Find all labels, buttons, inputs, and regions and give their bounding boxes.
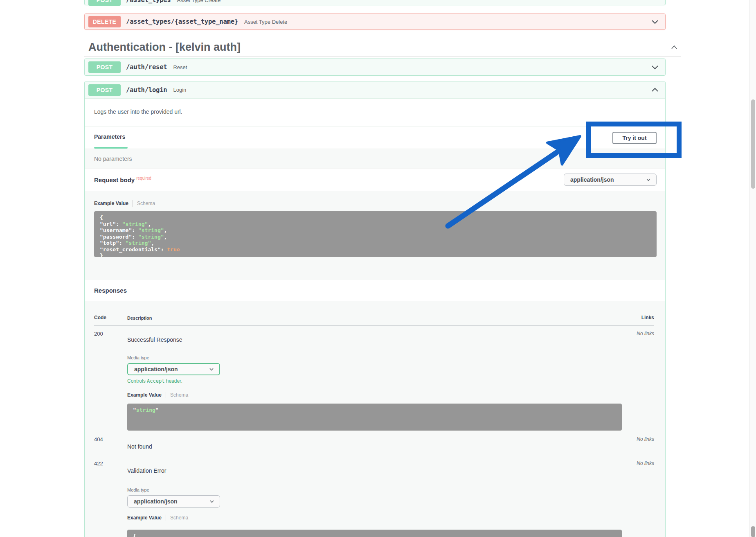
response-code: 422: [94, 460, 103, 467]
tab-parameters[interactable]: Parameters: [94, 133, 125, 140]
response-row-404: 404 No links Not found: [94, 431, 654, 450]
chevron-down-icon: [646, 177, 651, 183]
response-code: 404: [94, 436, 103, 442]
response-422-example-code[interactable]: { "detail": [: [127, 530, 622, 537]
endpoint-path: /auth/login: [126, 86, 167, 94]
opblock-delete-header[interactable]: DELETE /asset_types/{asset_type_name} As…: [85, 14, 665, 29]
chevron-down-icon: [209, 499, 215, 504]
media-type-label: Media type: [127, 355, 654, 360]
parameters-tab-underline: [94, 147, 128, 149]
endpoint-path: /asset_types: [126, 0, 171, 4]
opblock-login-header[interactable]: POST /auth/login Login: [85, 81, 665, 99]
responses-table-header: Code Description Links: [94, 301, 654, 326]
response-description: Successful Response: [127, 336, 654, 343]
column-header-code: Code: [94, 315, 106, 320]
tab-example-value[interactable]: Example Value: [94, 201, 128, 206]
tab-schema[interactable]: Schema: [137, 201, 155, 206]
delete-method-badge: DELETE: [88, 16, 121, 27]
tag-title: Authentication - [kelvin auth]: [84, 41, 241, 54]
responses-section: Code Description Links 200 No links Succ…: [85, 301, 665, 537]
endpoint-summary: Reset: [173, 64, 187, 70]
chevron-down-icon[interactable]: [650, 17, 659, 26]
operation-description: Logs the user into the provided url.: [85, 99, 665, 126]
response-row-200: 200 No links Successful Response Media t…: [94, 326, 654, 431]
annotation-highlight-rectangle: [586, 122, 682, 158]
post-method-badge: POST: [88, 61, 121, 73]
chevron-up-icon[interactable]: [650, 86, 659, 95]
response-200-example-code[interactable]: "string": [127, 404, 622, 431]
opblock-delete-asset-type: DELETE /asset_types/{asset_type_name} As…: [84, 14, 666, 30]
response-description: Not found: [127, 443, 654, 450]
model-example-tabs: Example Value Schema: [127, 513, 654, 522]
controls-accept-note: Controls Accept header.: [127, 378, 654, 384]
tab-separator: [166, 392, 166, 398]
endpoint-path: /asset_types/{asset_type_name}: [126, 18, 238, 25]
chevron-down-icon[interactable]: [650, 63, 659, 72]
opblock-reset-header[interactable]: POST /auth/reset Reset: [85, 59, 665, 75]
tab-example-value[interactable]: Example Value: [127, 515, 162, 521]
tag-header-authentication[interactable]: Authentication - [kelvin auth]: [84, 39, 681, 56]
opblock-post-asset-types-header[interactable]: POST /asset_types Asset Type Create: [85, 0, 665, 5]
endpoint-summary: Asset Type Create: [177, 0, 221, 3]
opblock-post-asset-types: POST /asset_types Asset Type Create: [84, 0, 666, 5]
tab-schema[interactable]: Schema: [170, 392, 188, 398]
scrollbar-bottom-segment[interactable]: [751, 526, 755, 537]
response-row-422: 422 No links Validation Error Media type…: [94, 450, 654, 537]
annotation-arrow: [432, 130, 591, 232]
endpoint-summary: Asset Type Delete: [244, 19, 287, 25]
chevron-up-icon[interactable]: [670, 43, 678, 52]
response-links: No links: [637, 460, 654, 466]
response-links: No links: [637, 436, 654, 442]
endpoint-path: /auth/reset: [126, 63, 167, 71]
column-header-description: Description: [127, 316, 152, 320]
endpoint-summary: Login: [173, 87, 186, 93]
opblock-post-auth-reset: POST /auth/reset Reset: [84, 59, 666, 76]
tab-separator: [133, 200, 133, 207]
tab-example-value[interactable]: Example Value: [127, 392, 162, 398]
vertical-scrollbar: [749, 0, 756, 537]
request-body-label: Request body: [94, 176, 135, 183]
response-200-media-select[interactable]: application/json: [127, 363, 220, 375]
response-code: 200: [94, 331, 103, 337]
post-method-badge: POST: [88, 0, 121, 6]
post-method-badge: POST: [88, 84, 121, 96]
model-example-tabs: Example Value Schema: [127, 390, 654, 399]
response-422-media-select[interactable]: application/json: [127, 495, 220, 508]
media-type-label: Media type: [127, 487, 654, 492]
tab-separator: [166, 514, 166, 521]
column-header-links: Links: [641, 315, 654, 320]
chevron-down-icon: [209, 366, 214, 372]
swagger-ui-page: POST /asset_types Asset Type Create DELE…: [0, 0, 756, 537]
required-badge: required: [136, 176, 151, 181]
response-links: No links: [637, 331, 654, 336]
scrollbar-thumb[interactable]: [751, 99, 755, 189]
responses-title: Responses: [85, 280, 665, 301]
tab-schema[interactable]: Schema: [170, 515, 188, 521]
response-description: Validation Error: [127, 467, 654, 474]
